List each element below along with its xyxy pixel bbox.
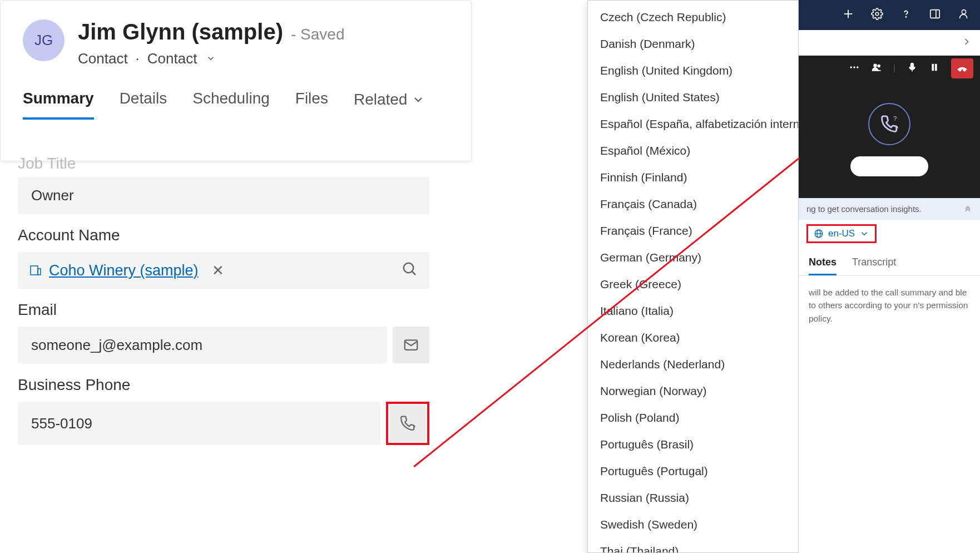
- hangup-button[interactable]: [951, 58, 973, 78]
- language-option[interactable]: Français (France): [588, 218, 798, 244]
- participants-button[interactable]: [871, 62, 882, 75]
- tab-notes[interactable]: Notes: [809, 256, 837, 275]
- contact-name: Jim Glynn (sample): [78, 19, 283, 45]
- svg-rect-20: [935, 64, 937, 71]
- language-option[interactable]: Czech (Czech Republic): [588, 4, 798, 31]
- collapse-button[interactable]: [963, 204, 972, 214]
- app-topbar: [799, 0, 980, 30]
- language-option[interactable]: Greek (Greece): [588, 271, 798, 298]
- tab-details[interactable]: Details: [120, 90, 167, 120]
- language-option[interactable]: Français (Canada): [588, 191, 798, 218]
- chevron-down-icon: [412, 93, 425, 106]
- account-link[interactable]: Coho Winery (sample): [49, 262, 199, 279]
- phone-icon: [399, 415, 416, 432]
- job-title-label: Job Title: [18, 155, 429, 172]
- svg-line-3: [412, 271, 415, 275]
- account-lookup-field[interactable]: Coho Winery (sample) ✕: [18, 252, 429, 289]
- svg-point-13: [854, 67, 855, 68]
- language-option[interactable]: German (Germany): [588, 244, 798, 271]
- phone-question-icon: ?: [880, 115, 899, 134]
- caller-avatar: ?: [868, 103, 910, 145]
- language-option[interactable]: Español (México): [588, 137, 798, 164]
- tab-scheduling[interactable]: Scheduling: [192, 90, 270, 120]
- mute-button[interactable]: [907, 62, 918, 75]
- job-title-field[interactable]: Owner: [18, 177, 429, 214]
- language-option[interactable]: Russian (Russia): [588, 485, 798, 511]
- language-option[interactable]: English (United Kingdom): [588, 57, 798, 84]
- microphone-icon: [907, 62, 918, 73]
- phone-field[interactable]: 555-0109: [18, 402, 380, 445]
- globe-icon: [814, 229, 824, 239]
- account-icon: [29, 264, 42, 277]
- search-icon[interactable]: [402, 261, 418, 280]
- svg-point-12: [850, 67, 852, 68]
- caller-name-redacted: [850, 156, 928, 176]
- help-icon: [900, 8, 912, 20]
- form-type-selector[interactable]: Contact: [147, 50, 216, 67]
- phone-highlight: [386, 402, 429, 445]
- chevron-down-icon: [206, 50, 216, 67]
- panel-button-2[interactable]: [958, 8, 970, 22]
- contact-card: JG Jim Glynn (sample) - Saved Contact · …: [0, 0, 472, 161]
- language-option[interactable]: Finnish (Finland): [588, 164, 798, 191]
- notes-tab-bar: Notes Transcript: [799, 249, 980, 276]
- call-button[interactable]: [389, 405, 426, 442]
- hangup-icon: [957, 63, 968, 74]
- panel-button-1[interactable]: [929, 8, 941, 22]
- svg-point-15: [874, 64, 877, 67]
- forward-button[interactable]: [961, 36, 972, 50]
- avatar: JG: [23, 19, 65, 61]
- send-email-button[interactable]: [393, 327, 429, 363]
- language-option[interactable]: Korean (Korea): [588, 324, 798, 351]
- people-icon: [871, 62, 882, 73]
- language-option[interactable]: Danish (Denmark): [588, 31, 798, 57]
- settings-button[interactable]: [871, 8, 883, 22]
- phone-label: Business Phone: [18, 376, 429, 394]
- more-icon: [849, 62, 860, 73]
- language-option[interactable]: Português (Portugal): [588, 458, 798, 485]
- save-status: - Saved: [291, 26, 345, 43]
- language-option[interactable]: Norwegian (Norway): [588, 378, 798, 404]
- call-insights-panel: | ? ng to get conversation insights. en-…: [799, 0, 980, 553]
- tab-files[interactable]: Files: [295, 90, 328, 120]
- svg-point-2: [404, 263, 414, 273]
- more-button[interactable]: [849, 62, 860, 75]
- language-option[interactable]: Español (España, alfabetización internac…: [588, 111, 798, 137]
- tab-bar: Summary Details Scheduling Files Related: [1, 67, 471, 120]
- tab-summary[interactable]: Summary: [23, 90, 94, 120]
- person-icon: [958, 8, 970, 20]
- chevron-down-icon: [859, 229, 869, 239]
- email-field[interactable]: someone_j@example.com: [18, 327, 387, 364]
- svg-rect-1: [38, 269, 41, 275]
- language-option[interactable]: Thai (Thailand): [588, 538, 798, 552]
- language-option[interactable]: English (United States): [588, 84, 798, 111]
- panel-subbar: [799, 30, 980, 56]
- chevron-double-up-icon: [963, 204, 972, 213]
- svg-point-8: [905, 17, 906, 17]
- hold-button[interactable]: [929, 62, 940, 75]
- tab-transcript[interactable]: Transcript: [852, 256, 896, 275]
- language-option[interactable]: Polish (Poland): [588, 404, 798, 431]
- language-option[interactable]: Português (Brasil): [588, 431, 798, 458]
- language-selector[interactable]: en-US: [806, 224, 877, 243]
- tab-related[interactable]: Related: [354, 90, 425, 120]
- remove-account-button[interactable]: ✕: [212, 262, 224, 279]
- language-option[interactable]: Nederlands (Nederland): [588, 351, 798, 378]
- email-icon: [403, 337, 419, 353]
- help-button[interactable]: [900, 8, 912, 22]
- language-dropdown[interactable]: Czech (Czech Republic)Danish (Denmark)En…: [587, 0, 799, 553]
- insight-banner: ng to get conversation insights.: [799, 198, 980, 220]
- svg-point-7: [875, 12, 879, 16]
- chevron-right-icon: [961, 36, 972, 47]
- pause-icon: [929, 62, 940, 73]
- language-option[interactable]: Swedish (Sweden): [588, 511, 798, 538]
- svg-rect-9: [930, 10, 940, 18]
- svg-point-14: [857, 67, 858, 68]
- svg-point-11: [962, 10, 966, 14]
- svg-point-16: [878, 65, 880, 67]
- add-button[interactable]: [842, 8, 854, 22]
- svg-text:?: ?: [893, 115, 897, 122]
- call-controls-bar: |: [799, 56, 980, 81]
- language-option[interactable]: Italiano (Italia): [588, 298, 798, 324]
- svg-rect-19: [932, 64, 934, 71]
